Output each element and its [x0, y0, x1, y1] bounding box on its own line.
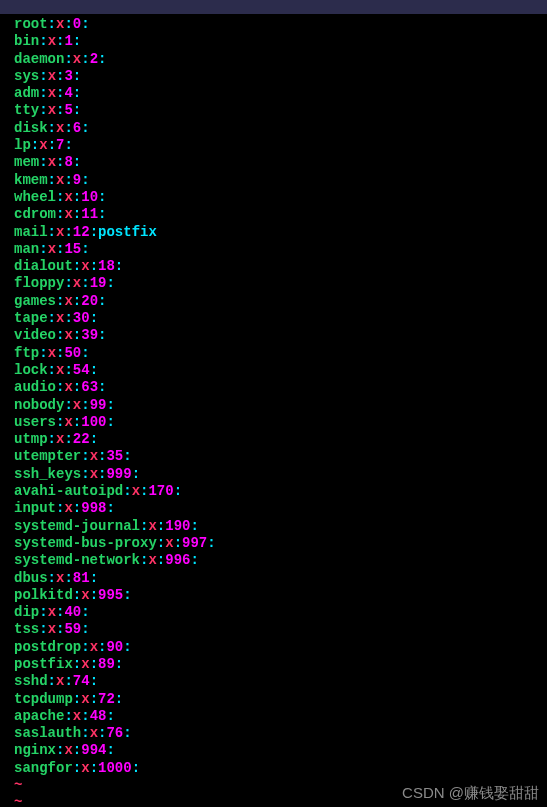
separator: :: [123, 483, 131, 499]
separator: :: [98, 51, 106, 67]
separator: :: [73, 154, 81, 170]
separator: :: [39, 621, 47, 637]
password-placeholder: x: [64, 293, 72, 309]
separator: :: [81, 16, 89, 32]
separator: :: [98, 189, 106, 205]
password-placeholder: x: [81, 691, 89, 707]
separator: :: [48, 120, 56, 136]
gid-value: 1: [64, 33, 72, 49]
group-name: sshd: [14, 673, 48, 689]
password-placeholder: x: [48, 621, 56, 637]
group-entry-line: dialout:x:18:: [14, 258, 547, 275]
separator: :: [132, 466, 140, 482]
separator: :: [73, 327, 81, 343]
gid-value: 8: [64, 154, 72, 170]
gid-value: 59: [64, 621, 81, 637]
separator: :: [73, 293, 81, 309]
separator: :: [73, 691, 81, 707]
separator: :: [73, 189, 81, 205]
separator: :: [98, 293, 106, 309]
group-name: nginx: [14, 742, 56, 758]
group-entry-line: video:x:39:: [14, 327, 547, 344]
separator: :: [81, 448, 89, 464]
group-name: nobody: [14, 397, 64, 413]
separator: :: [48, 431, 56, 447]
group-entry-line: tcpdump:x:72:: [14, 691, 547, 708]
group-entry-line: input:x:998:: [14, 500, 547, 517]
separator: :: [190, 552, 198, 568]
separator: :: [115, 656, 123, 672]
group-name: audio: [14, 379, 56, 395]
gid-value: 190: [165, 518, 190, 534]
separator: :: [64, 16, 72, 32]
gid-value: 39: [81, 327, 98, 343]
separator: :: [106, 500, 114, 516]
password-placeholder: x: [64, 414, 72, 430]
group-name: disk: [14, 120, 48, 136]
password-placeholder: x: [48, 241, 56, 257]
gid-value: 76: [106, 725, 123, 741]
group-entry-line: nginx:x:994:: [14, 742, 547, 759]
separator: :: [64, 673, 72, 689]
gid-value: 9: [73, 172, 81, 188]
separator: :: [81, 241, 89, 257]
group-name: utempter: [14, 448, 81, 464]
separator: :: [81, 275, 89, 291]
password-placeholder: x: [64, 327, 72, 343]
group-entry-line: systemd-network:x:996:: [14, 552, 547, 569]
group-name: systemd-journal: [14, 518, 140, 534]
password-placeholder: x: [132, 483, 140, 499]
separator: :: [73, 656, 81, 672]
separator: :: [106, 397, 114, 413]
password-placeholder: x: [48, 68, 56, 84]
group-name: games: [14, 293, 56, 309]
separator: :: [98, 327, 106, 343]
gid-value: 35: [106, 448, 123, 464]
group-name: adm: [14, 85, 39, 101]
gid-value: 997: [182, 535, 207, 551]
password-placeholder: x: [148, 552, 156, 568]
separator: :: [81, 725, 89, 741]
separator: :: [90, 570, 98, 586]
password-placeholder: x: [81, 656, 89, 672]
separator: :: [73, 742, 81, 758]
separator: :: [64, 172, 72, 188]
group-entry-line: polkitd:x:995:: [14, 587, 547, 604]
separator: :: [73, 258, 81, 274]
group-entry-line: kmem:x:9:: [14, 172, 547, 189]
password-placeholder: x: [64, 500, 72, 516]
separator: :: [90, 310, 98, 326]
separator: :: [64, 431, 72, 447]
separator: :: [48, 362, 56, 378]
group-name: dialout: [14, 258, 73, 274]
password-placeholder: x: [148, 518, 156, 534]
separator: :: [48, 224, 56, 240]
separator: :: [73, 68, 81, 84]
password-placeholder: x: [81, 760, 89, 776]
group-entry-line: utempter:x:35:: [14, 448, 547, 465]
separator: :: [123, 725, 131, 741]
separator: :: [64, 570, 72, 586]
separator: :: [73, 500, 81, 516]
password-placeholder: x: [73, 708, 81, 724]
terminal-output[interactable]: root:x:0:bin:x:1:daemon:x:2:sys:x:3:adm:…: [0, 14, 547, 807]
separator: :: [90, 691, 98, 707]
separator: :: [64, 275, 72, 291]
window-titlebar: [0, 0, 547, 14]
group-name: lock: [14, 362, 48, 378]
group-entry-line: sys:x:3:: [14, 68, 547, 85]
separator: :: [64, 397, 72, 413]
separator: :: [132, 760, 140, 776]
separator: :: [81, 639, 89, 655]
group-entry-line: systemd-bus-proxy:x:997:: [14, 535, 547, 552]
separator: :: [106, 708, 114, 724]
watermark-text: CSDN @赚钱娶甜甜: [402, 784, 539, 801]
separator: :: [39, 241, 47, 257]
gid-value: 5: [64, 102, 72, 118]
separator: :: [81, 345, 89, 361]
separator: :: [48, 172, 56, 188]
password-placeholder: x: [90, 639, 98, 655]
group-entry-line: postfix:x:89:: [14, 656, 547, 673]
group-name: tape: [14, 310, 48, 326]
separator: :: [73, 102, 81, 118]
